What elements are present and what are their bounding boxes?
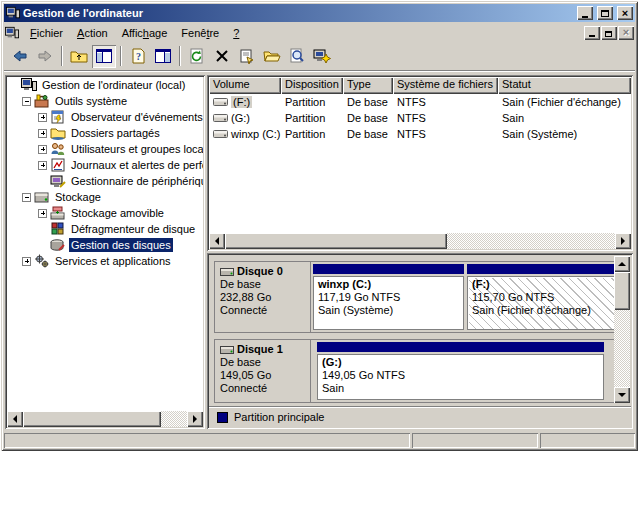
scrollbar-thumb[interactable]: [614, 272, 630, 310]
column-header-statut[interactable]: Statut: [498, 77, 631, 94]
tree-item-gestionnaire-peripheriques[interactable]: Gestionnaire de périphériques: [7, 173, 203, 189]
help-page-icon[interactable]: ?: [126, 45, 150, 68]
legend-label: Partition principale: [234, 411, 325, 423]
tree-item-defragmenteur[interactable]: Défragmenteur de disque: [7, 221, 203, 237]
menu-fichier[interactable]: Fichier: [23, 24, 70, 42]
close-button[interactable]: ×: [617, 6, 633, 20]
scrollbar-track[interactable]: [614, 310, 630, 387]
partition-g[interactable]: (G:) 149,05 Go NTFS Sain: [317, 342, 604, 400]
tree-item-gestion-des-disques[interactable]: Gestion des disques: [7, 237, 203, 253]
computer-icon: [21, 78, 37, 92]
partition-c[interactable]: winxp (C:) 117,19 Go NTFS Sain (Système): [313, 264, 464, 330]
mdi-close-button[interactable]: ×: [618, 26, 634, 40]
shared-folders-icon: [50, 126, 66, 140]
tree-item-utilisateurs-groupes[interactable]: Utilisateurs et groupes locaux: [7, 141, 203, 157]
table-row[interactable]: winxp (C:) Partition De base NTFS Sain (…: [209, 126, 631, 142]
partition-color-bar: [467, 264, 616, 274]
mdi-child-icon[interactable]: [5, 26, 19, 40]
collapse-icon[interactable]: [22, 97, 31, 106]
scroll-right-icon[interactable]: [615, 233, 631, 249]
toolbox-icon: [34, 94, 50, 108]
svg-text:?: ?: [136, 51, 141, 62]
expand-icon[interactable]: [38, 209, 47, 218]
column-header-disposition[interactable]: Disposition: [281, 77, 343, 94]
table-row[interactable]: (F:) Partition De base NTFS Sain (Fichie…: [209, 94, 631, 110]
expand-icon[interactable]: [22, 257, 31, 266]
tree-item-services-applications[interactable]: Services et applications: [7, 253, 203, 269]
scroll-left-icon[interactable]: [209, 233, 225, 249]
properties-icon[interactable]: [235, 45, 259, 68]
partition-f[interactable]: (F:) 115,70 Go NTFS Sain (Fichier d'écha…: [467, 264, 616, 330]
column-header-volume[interactable]: Volume: [209, 77, 281, 94]
scrollbar-track[interactable]: [447, 233, 615, 249]
menu-help[interactable]: ?: [226, 24, 246, 42]
mdi-minimize-button[interactable]: [584, 26, 600, 40]
refresh-icon[interactable]: [185, 45, 209, 68]
open-folder-icon[interactable]: [260, 45, 284, 68]
performance-icon: [50, 158, 66, 172]
tree-item-journaux-alertes[interactable]: Journaux et alertes de performance: [7, 157, 203, 173]
tree-item-observateur-evenements[interactable]: Observateur d'événements: [7, 109, 203, 125]
menu-fenetre[interactable]: Fenêtre: [174, 24, 226, 42]
minimize-button[interactable]: [577, 6, 593, 20]
tree-item-stockage-amovible[interactable]: Stockage amovible: [7, 205, 203, 221]
disk-size: 149,05 Go: [220, 369, 305, 382]
toolbar: ?: [4, 42, 635, 71]
tree-item-dossiers-partages[interactable]: Dossiers partagés: [7, 125, 203, 141]
delete-icon[interactable]: [210, 45, 234, 68]
scrollbar-thumb[interactable]: [23, 411, 161, 427]
disk-icon: [220, 266, 235, 277]
disk-status: Connecté: [220, 304, 305, 317]
configure-icon[interactable]: [310, 45, 334, 68]
maximize-button[interactable]: [597, 6, 613, 20]
up-level-icon[interactable]: [67, 45, 91, 68]
expand-icon[interactable]: [38, 161, 47, 170]
tree-item-stockage[interactable]: Stockage: [7, 189, 203, 205]
menu-affichage[interactable]: Affichage: [115, 24, 175, 42]
disk-1-row: Disque 1 De base 149,05 Go Connecté (G:)…: [214, 339, 618, 403]
column-header-fs[interactable]: Système de fichiers: [393, 77, 498, 94]
list-horizontal-scrollbar[interactable]: [209, 233, 631, 249]
table-row[interactable]: (G:) Partition De base NTFS Sain: [209, 110, 631, 126]
window-title: Gestion de l'ordinateur: [23, 7, 573, 19]
scrollbar-track[interactable]: [161, 411, 187, 427]
column-header-type[interactable]: Type: [343, 77, 393, 94]
scroll-down-icon[interactable]: [614, 387, 630, 403]
tree-item-outils-systeme[interactable]: Outils système: [7, 93, 203, 109]
disk-size: 232,88 Go: [220, 291, 305, 304]
disk-0-header[interactable]: Disque 0 De base 232,88 Go Connecté: [215, 262, 311, 332]
expand-icon[interactable]: [38, 113, 47, 122]
back-icon[interactable]: [8, 45, 32, 68]
tree-item-computer-management[interactable]: Gestion de l'ordinateur (local): [7, 77, 203, 93]
title-bar: Gestion de l'ordinateur ×: [4, 4, 635, 22]
users-icon: [50, 142, 66, 156]
disk-type: De base: [220, 356, 305, 369]
collapse-icon[interactable]: [22, 193, 31, 202]
partition-color-bar: [313, 264, 464, 274]
graph-vertical-scrollbar[interactable]: [614, 256, 630, 403]
expand-icon[interactable]: [38, 145, 47, 154]
disk-graph-pane: Disque 0 De base 232,88 Go Connecté winx…: [207, 253, 633, 429]
tree-horizontal-scrollbar[interactable]: [7, 411, 203, 427]
forward-icon[interactable]: [33, 45, 57, 68]
show-console-tree-icon[interactable]: [92, 45, 116, 68]
removable-storage-icon: [50, 206, 66, 220]
scroll-left-icon[interactable]: [7, 411, 23, 427]
toolbar-separator: [179, 46, 181, 66]
drive-icon: [213, 97, 228, 107]
primary-partition-swatch: [217, 412, 228, 423]
toolbar-separator: [120, 46, 122, 66]
find-icon[interactable]: [285, 45, 309, 68]
scroll-right-icon[interactable]: [187, 411, 203, 427]
scrollbar-thumb[interactable]: [225, 233, 447, 249]
expand-icon[interactable]: [38, 129, 47, 138]
menu-action[interactable]: Action: [70, 24, 115, 42]
defragmenter-icon: [50, 222, 66, 236]
mdi-restore-button[interactable]: [601, 26, 617, 40]
scroll-up-icon[interactable]: [614, 256, 630, 272]
disk-1-header[interactable]: Disque 1 De base 149,05 Go Connecté: [215, 340, 311, 402]
menu-bar: Fichier Action Affichage Fenêtre ? ×: [4, 23, 635, 42]
window-icon: [6, 6, 20, 20]
show-action-pane-icon[interactable]: [151, 45, 175, 68]
toolbar-separator: [61, 46, 63, 66]
